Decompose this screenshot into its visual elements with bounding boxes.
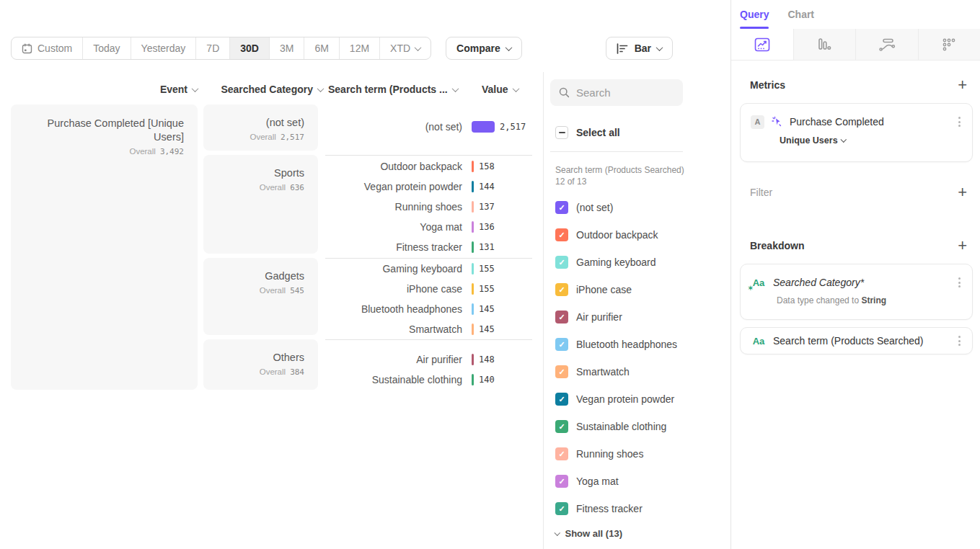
event-name: Purchase Completed [Unique Users] [18, 117, 184, 144]
table-row[interactable]: Gaming keyboard155 [325, 259, 532, 279]
legend-checkbox[interactable]: ✓ [555, 228, 568, 241]
legend-item[interactable]: ✓Sustainable clothing [555, 413, 677, 440]
legend-checkbox[interactable]: ✓ [555, 338, 568, 351]
date-range-6m[interactable]: 6M [304, 37, 339, 59]
column-header-label: Search term (Products ... [328, 84, 448, 95]
table-row[interactable]: Sustainable clothing140 [325, 370, 532, 390]
legend-checkbox[interactable]: ✓ [555, 447, 568, 460]
category-cell[interactable]: SportsOverall636 [203, 155, 318, 254]
date-range-12m[interactable]: 12M [340, 37, 380, 59]
search-term-label: Air purifier [325, 354, 462, 365]
filter-section-header: Filter + [750, 184, 970, 200]
value-label: 140 [479, 375, 495, 385]
add-filter-button[interactable]: + [955, 184, 970, 200]
table-row[interactable]: Vegan protein powder144 [325, 177, 532, 197]
legend-item[interactable]: ✓Smartwatch [555, 358, 677, 385]
table-row[interactable]: Yoga mat136 [325, 217, 532, 237]
check-icon: ✓ [558, 505, 565, 513]
column-header-label: Searched Category [221, 84, 313, 95]
value-bar [472, 323, 474, 335]
table-row[interactable]: Fitness tracker131 [325, 237, 532, 257]
date-range-7d[interactable]: 7D [196, 37, 230, 59]
legend-group-caption: Search term (Products Searched) 12 of 13 [555, 164, 689, 187]
legend-item-label: Smartwatch [576, 366, 630, 378]
legend-checkbox[interactable]: ✓ [555, 365, 568, 378]
report-tab-flows[interactable] [856, 29, 919, 60]
report-tab-funnels[interactable] [794, 29, 857, 60]
table-row[interactable]: Running shoes137 [325, 197, 532, 217]
flows-icon [878, 37, 896, 52]
report-tab-retention[interactable] [919, 29, 980, 60]
legend-checkbox[interactable]: ✓ [555, 475, 568, 488]
date-range-3m[interactable]: 3M [270, 37, 304, 59]
legend-item[interactable]: ✓Fitness tracker [555, 495, 677, 522]
add-metric-button[interactable]: + [955, 77, 970, 93]
legend-item[interactable]: ✓Vegan protein powder [555, 385, 677, 413]
metrics-section-header: Metrics + [750, 77, 970, 93]
term-rows: (not set)2,517 [325, 104, 532, 155]
legend-item[interactable]: ✓Running shoes [555, 440, 677, 468]
kebab-menu-icon[interactable] [957, 114, 962, 130]
column-header-event[interactable]: Event [11, 84, 198, 95]
tab-chart[interactable]: Chart [787, 0, 814, 29]
date-range-yesterday[interactable]: Yesterday [131, 37, 197, 59]
column-header-value[interactable]: Value [482, 84, 518, 95]
table-row[interactable]: Outdoor backpack158 [325, 156, 532, 177]
metric-card[interactable]: A Purchase Completed Unique Users [740, 103, 973, 162]
column-header-searched-category[interactable]: Searched Category [203, 84, 323, 95]
breakdown-card[interactable]: Aa✶ Searched Category* Data type changed… [740, 264, 973, 320]
select-all-row[interactable]: Select all [555, 126, 620, 139]
legend-item[interactable]: ✓iPhone case [555, 276, 677, 303]
kebab-menu-icon[interactable] [957, 274, 962, 290]
date-range-xtd[interactable]: XTD [380, 37, 431, 59]
tab-query[interactable]: Query [740, 0, 769, 29]
legend-checkbox[interactable]: ✓ [555, 420, 568, 433]
category-cell[interactable]: (not set)Overall2,517 [203, 104, 318, 151]
select-all-checkbox-indeterminate[interactable] [555, 126, 568, 139]
legend-item-label: Gaming keyboard [576, 256, 656, 268]
table-row[interactable]: Smartwatch145 [325, 319, 532, 339]
legend-item[interactable]: ✓Bluetooth headphones [555, 331, 677, 358]
value-label: 155 [479, 284, 495, 294]
value-bar [472, 121, 495, 133]
legend-checkbox[interactable]: ✓ [555, 201, 568, 214]
date-range-today[interactable]: Today [83, 37, 131, 59]
search-term-label: Bluetooth headphones [325, 303, 462, 315]
legend-item[interactable]: ✓Air purifier [555, 303, 677, 331]
search-term-label: Fitness tracker [325, 241, 462, 253]
category-cell[interactable]: OthersOverall384 [203, 339, 318, 390]
legend-item[interactable]: ✓Gaming keyboard [555, 249, 677, 276]
kebab-menu-icon[interactable] [957, 333, 962, 349]
table-row[interactable]: iPhone case155 [325, 279, 532, 299]
value-label: 155 [479, 264, 495, 274]
funnels-icon [816, 37, 832, 52]
legend-checkbox[interactable]: ✓ [555, 283, 568, 296]
table-row[interactable]: Bluetooth headphones145 [325, 299, 532, 319]
legend-item[interactable]: ✓Yoga mat [555, 468, 677, 495]
compare-button[interactable]: Compare [446, 37, 522, 60]
add-breakdown-button[interactable]: + [955, 238, 970, 254]
legend-item-label: Outdoor backpack [576, 229, 658, 241]
table-row[interactable]: (not set)2,517 [325, 117, 532, 137]
category-cell[interactable]: GadgetsOverall545 [203, 258, 318, 335]
breakdown-card[interactable]: Aa Search term (Products Searched) [740, 327, 973, 354]
legend-item[interactable]: ✓(not set) [555, 194, 677, 221]
date-range-30d[interactable]: 30D [230, 37, 270, 59]
legend-search[interactable] [550, 79, 683, 106]
date-range-label: Today [93, 43, 120, 54]
date-range-segmented-control: CustomTodayYesterday7D30D3M6M12MXTD [11, 37, 431, 60]
legend-checkbox[interactable]: ✓ [555, 256, 568, 269]
search-input[interactable] [576, 86, 670, 99]
legend-checkbox[interactable]: ✓ [555, 502, 568, 515]
table-row[interactable]: Air purifier148 [325, 349, 532, 370]
date-range-custom[interactable]: Custom [12, 37, 83, 59]
legend-checkbox[interactable]: ✓ [555, 393, 568, 406]
show-all-button[interactable]: Show all (13) [555, 528, 622, 539]
legend-checkbox[interactable]: ✓ [555, 311, 568, 323]
column-header-search-term[interactable]: Search term (Products ... [328, 84, 458, 95]
report-tab-insights[interactable] [731, 29, 794, 60]
search-term-label: Outdoor backpack [325, 161, 462, 172]
counting-method-dropdown[interactable]: Unique Users [741, 135, 972, 146]
legend-item[interactable]: ✓Outdoor backpack [555, 221, 677, 249]
event-cell[interactable]: Purchase Completed [Unique Users] Overal… [11, 104, 198, 390]
